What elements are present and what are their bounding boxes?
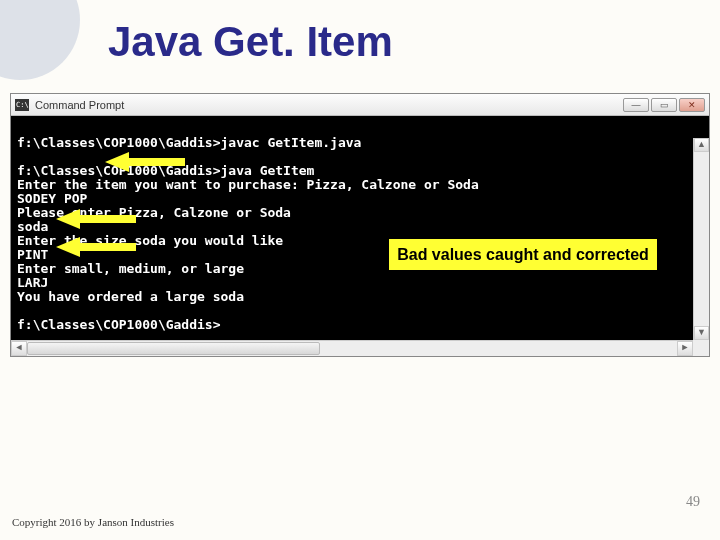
decorative-corner <box>0 0 80 80</box>
terminal-line: f:\Classes\COP1000\Gaddis> <box>17 317 221 332</box>
scrollbar-corner <box>693 340 709 356</box>
terminal-icon: C:\ <box>15 99 29 111</box>
scroll-track[interactable] <box>27 341 677 356</box>
window-buttons: — ▭ ✕ <box>623 98 705 112</box>
scroll-left-icon[interactable]: ◄ <box>11 341 27 356</box>
command-prompt-titlebar[interactable]: C:\ Command Prompt — ▭ ✕ <box>11 94 709 116</box>
terminal-output[interactable]: f:\Classes\COP1000\Gaddis>javac GetItem.… <box>11 116 709 340</box>
close-button[interactable]: ✕ <box>679 98 705 112</box>
terminal-line: soda <box>17 219 48 234</box>
terminal-line: Enter small, medium, or large <box>17 261 244 276</box>
terminal-line: LARJ <box>17 275 48 290</box>
horizontal-scrollbar[interactable]: ◄ ► <box>11 340 693 356</box>
maximize-button[interactable]: ▭ <box>651 98 677 112</box>
terminal-line: SODEY POP <box>17 191 87 206</box>
window-title: Command Prompt <box>35 99 623 111</box>
scroll-up-icon[interactable]: ▲ <box>694 138 709 152</box>
annotation-callout: Bad values caught and corrected <box>388 238 658 271</box>
slide-title: Java Get. Item <box>108 18 393 66</box>
terminal-line: PINT <box>17 247 48 262</box>
annotation-arrow <box>56 212 136 226</box>
terminal-line: You have ordered a large soda <box>17 289 244 304</box>
scroll-track[interactable] <box>694 152 709 326</box>
minimize-button[interactable]: — <box>623 98 649 112</box>
scroll-right-icon[interactable]: ► <box>677 341 693 356</box>
annotation-arrow <box>56 240 136 254</box>
page-number: 49 <box>686 494 700 510</box>
terminal-line: Enter the item you want to purchase: Piz… <box>17 177 479 192</box>
copyright-footer: Copyright 2016 by Janson Industries <box>12 516 174 528</box>
scroll-thumb[interactable] <box>27 342 320 355</box>
scroll-down-icon[interactable]: ▼ <box>694 326 709 340</box>
annotation-arrow <box>105 155 185 169</box>
vertical-scrollbar[interactable]: ▲ ▼ <box>693 138 709 340</box>
terminal-line: f:\Classes\COP1000\Gaddis>javac GetItem.… <box>17 135 361 150</box>
